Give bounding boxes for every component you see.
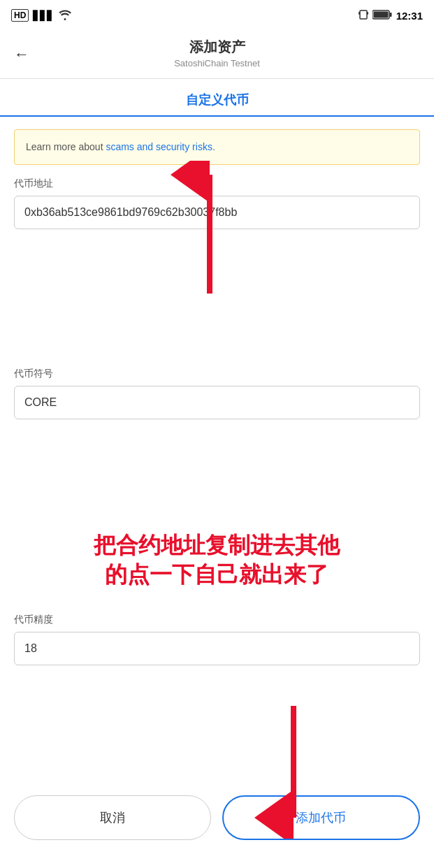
svg-rect-1 xyxy=(359,12,360,15)
warning-link[interactable]: scams and security risks. xyxy=(106,141,215,152)
network-subtitle: SatoshiChain Testnet xyxy=(174,58,260,68)
warning-text: Learn more about xyxy=(26,141,106,152)
address-input[interactable] xyxy=(14,196,420,229)
symbol-input[interactable] xyxy=(14,386,420,419)
svg-rect-2 xyxy=(367,12,368,15)
tab-custom-token[interactable]: 自定义代币 xyxy=(186,92,249,115)
decimals-label: 代币精度 xyxy=(14,614,420,626)
status-right: 12:31 xyxy=(359,8,423,23)
back-button[interactable]: ← xyxy=(14,47,29,62)
wifi-icon xyxy=(58,9,72,22)
svg-rect-4 xyxy=(373,11,388,17)
add-token-button[interactable]: 添加代币 xyxy=(222,795,421,840)
page-title: 添加资产 xyxy=(189,38,245,57)
symbol-field-section: 代币符号 xyxy=(0,355,434,419)
battery-icon xyxy=(372,10,392,22)
app-header: ← 添加资产 SatoshiChain Testnet xyxy=(0,31,434,79)
cancel-button[interactable]: 取消 xyxy=(14,795,211,840)
status-left: HD ▋▋▋ xyxy=(11,9,72,22)
tab-section: 自定义代币 xyxy=(0,79,434,117)
address-field-section: 代币地址 xyxy=(0,165,434,229)
bottom-buttons: 取消 添加代币 xyxy=(0,795,434,840)
svg-rect-0 xyxy=(360,10,367,19)
hd-badge: HD xyxy=(11,9,29,22)
decimals-field-section: 代币精度 xyxy=(0,601,434,665)
warning-banner: Learn more about scams and security risk… xyxy=(14,129,420,165)
signal-icon: ▋▋▋ xyxy=(33,10,54,21)
status-time: 12:31 xyxy=(396,10,423,22)
symbol-label: 代币符号 xyxy=(14,368,420,380)
status-bar: HD ▋▋▋ 12:31 xyxy=(0,0,434,31)
decimals-input[interactable] xyxy=(14,632,420,665)
vibrate-icon xyxy=(359,8,368,23)
annotation-text: 把合约地址复制进去其他的点一下自己就出来了 xyxy=(35,531,398,589)
address-label: 代币地址 xyxy=(14,178,420,190)
svg-rect-5 xyxy=(389,13,391,17)
